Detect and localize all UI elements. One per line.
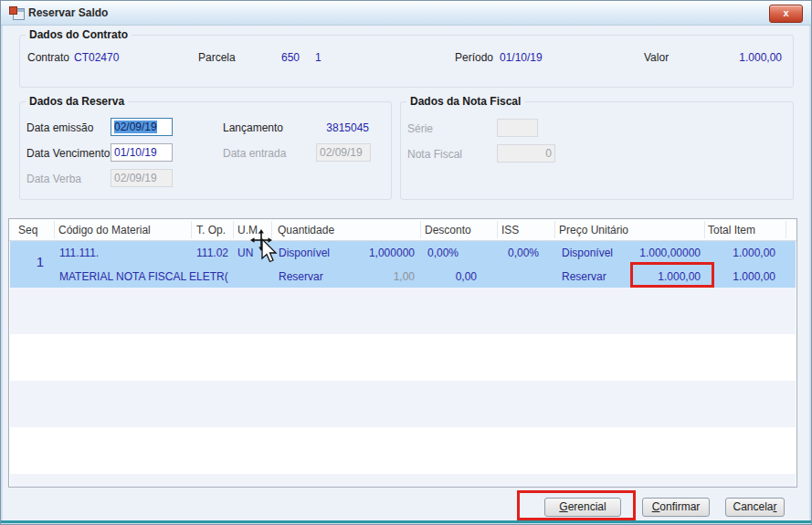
close-button[interactable]: x — [769, 5, 803, 23]
data-emissao-value: 02/09/19 — [114, 121, 157, 133]
header-um: U.M. — [237, 224, 260, 236]
cell-seq[interactable]: 1 — [31, 254, 49, 269]
window-bottom-accent — [1, 520, 811, 523]
cell-codigo[interactable]: 111.111. — [59, 247, 99, 259]
cell-price-available-label: Disponível — [562, 247, 613, 259]
data-verba-label: Data Verba — [26, 173, 81, 185]
header-quantidade: Quantidade — [278, 224, 334, 236]
group-dados-contrato: Dados do Contrato — [19, 35, 794, 88]
valor-label: Valor — [644, 51, 669, 64]
cancelar-label-pre: Cancela — [733, 500, 773, 513]
data-emissao-input[interactable]: 02/09/19 — [111, 118, 173, 136]
cell-desconto-pct[interactable]: 0,00% — [367, 247, 459, 259]
data-vencimento-input[interactable]: 01/10/19 — [111, 143, 173, 162]
cell-material-description[interactable]: MATERIAL NOTA FISCAL ELETR( — [59, 270, 228, 283]
cell-desconto-value[interactable]: 0,00 — [385, 270, 477, 283]
data-entrada-value: 02/09/19 — [320, 146, 363, 159]
grid-header-row: Seq Código do Material T. Op. U.M. Quant… — [9, 219, 796, 241]
cancelar-label-key: r — [774, 500, 777, 513]
confirmar-label-post: onfirmar — [659, 500, 700, 513]
header-preco-unitario: Preço Unitário — [559, 224, 628, 236]
data-vencimento-label: Data Vencimento — [26, 147, 110, 160]
contrato-value: CT02470 — [74, 51, 119, 64]
group-title-contrato: Dados do Contrato — [26, 28, 132, 41]
header-seq: Seq — [18, 224, 37, 236]
data-entrada-input: 02/09/19 — [316, 143, 371, 162]
confirmar-button[interactable]: Confirmar — [642, 498, 710, 517]
materials-grid: Seq Código do Material T. Op. U.M. Quant… — [8, 218, 797, 488]
group-title-reserva: Dados da Reserva — [26, 95, 128, 108]
lancamento-value: 3815045 — [278, 121, 369, 134]
cell-qty-available-label: Disponível — [279, 247, 330, 259]
valor-value: 1.000,00 — [691, 51, 782, 64]
header-t-op: T. Op. — [196, 224, 226, 236]
empty-row — [10, 288, 796, 334]
cancelar-button[interactable]: Cancelar — [725, 498, 785, 517]
cell-iss-pct[interactable]: 0,00% — [448, 247, 539, 259]
serie-label: Série — [407, 122, 433, 135]
nota-fiscal-input: 0 — [497, 144, 555, 163]
window-title: Reservar Saldo — [28, 6, 108, 19]
lancamento-label: Lançamento — [223, 121, 283, 134]
cell-price-reserve-label: Reservar — [562, 270, 606, 283]
group-title-nota-fiscal: Dados da Nota Fiscal — [406, 95, 524, 108]
cell-total-available[interactable]: 1.000,00 — [684, 247, 775, 259]
header-codigo-material: Código do Material — [58, 224, 151, 236]
empty-row — [10, 474, 796, 487]
serie-input — [497, 119, 538, 137]
periodo-label: Período — [455, 51, 493, 64]
winforms-app-icon — [9, 5, 24, 20]
parcela-value: 650 — [227, 51, 300, 64]
close-icon: x — [783, 7, 788, 18]
annotation-box-price-reserve — [630, 262, 714, 288]
data-vencimento-value: 01/10/19 — [114, 146, 157, 159]
dialog-reservar-saldo: Reservar Saldo x Dados do Contrato Contr… — [0, 0, 812, 525]
contrato-label: Contrato — [27, 51, 69, 64]
header-total-item: Total Item — [708, 224, 755, 236]
parcela-number: 1 — [315, 51, 322, 64]
cell-qty-reserve-label: Reservar — [279, 270, 323, 283]
header-desconto: Desconto — [425, 224, 471, 236]
data-verba-value: 02/09/19 — [114, 172, 157, 184]
nota-fiscal-value: 0 — [545, 147, 552, 160]
annotation-box-gerencial — [517, 490, 636, 520]
title-bar[interactable]: Reservar Saldo x — [1, 1, 811, 26]
header-iss: ISS — [501, 224, 519, 236]
cell-um[interactable]: UN — [237, 247, 253, 259]
data-verba-input: 02/09/19 — [111, 169, 173, 187]
nota-fiscal-label: Nota Fiscal — [407, 148, 462, 161]
cell-t-op[interactable]: 111.02 — [164, 247, 228, 259]
data-emissao-label: Data emissão — [26, 121, 93, 134]
periodo-value: 01/10/19 — [500, 51, 543, 64]
empty-row — [10, 381, 796, 427]
data-entrada-label: Data entrada — [223, 147, 286, 160]
